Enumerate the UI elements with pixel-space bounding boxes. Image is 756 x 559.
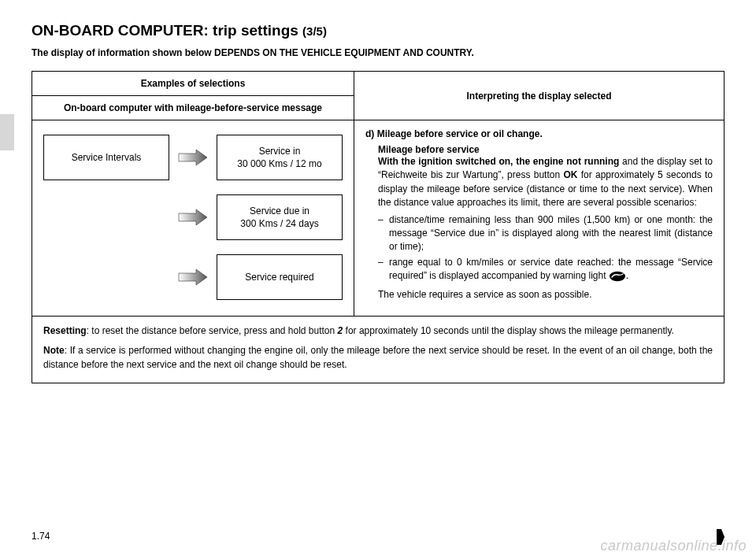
screen-text: Service Intervals [72,151,142,164]
section-d-heading: d) Mileage before service or oil change. [365,128,713,139]
screen-row-3: Service required [43,254,343,300]
table-header-row: Examples of selections On-board computer… [32,72,724,120]
bold-fragment: Resetting [43,325,87,336]
table-body-row: Service Intervals Service in [32,120,724,317]
arrow-right-icon [177,268,209,286]
bold-fragment: With the ignition switched on, the engin… [378,156,619,167]
screen-text-line1: Service in [259,145,301,157]
svg-marker-0 [179,150,207,165]
header-left-bottom: On-board computer with mileage-before-se… [32,96,354,120]
note-paragraph: Note: If a service is performed without … [43,344,713,372]
explanation-cell: d) Mileage before service or oil change.… [354,120,724,317]
screen-service-intervals: Service Intervals [43,135,169,180]
section-tab [0,114,14,150]
manual-page: ON-BOARD COMPUTER: trip settings (3/5) T… [0,0,756,559]
text-fragment: . [626,270,628,281]
bold-fragment: Note [43,345,65,356]
text-fragment: for approximately 10 seconds until the d… [343,325,674,336]
header-right: Interpreting the display selected [354,72,724,120]
header-left-top: Examples of selections [32,72,354,96]
bold-fragment: service date reached: [521,257,614,268]
screen-service-required: Service required [217,254,343,300]
screen-text-line1: Service due in [250,205,309,217]
arrow-slot [177,268,209,286]
text-fragment: : If a service is performed without chan… [43,345,713,369]
screens-column: Service Intervals Service in [43,135,343,300]
bold-fragment: one month [647,214,693,225]
bold-fragment: 900 miles (1,500 km) [538,214,631,225]
page-title: ON-BOARD COMPUTER: trip settings (3/5) [32,22,724,39]
info-table: Examples of selections On-board computer… [32,71,724,383]
arrow-right-icon [177,209,209,226]
equipment-note: The display of information shown below D… [32,47,724,58]
screen-text: Service required [245,271,313,283]
mileage-subheading: Mileage before service [378,144,713,155]
screen-row-1: Service Intervals Service in [43,135,343,180]
header-left: Examples of selections On-board computer… [32,72,354,120]
text-fragment: range equal to [389,257,457,268]
svg-marker-1 [179,209,207,225]
text-fragment: distance/time remaining less than [389,214,538,225]
warning-light-icon [609,271,626,286]
text-fragment: : to reset the distance before service, … [87,325,338,336]
screen-text-line2: 30 000 Kms / 12 mo [237,157,321,170]
after-text: The vehicle requires a service as soon a… [378,288,713,302]
text-fragment: or [503,257,520,268]
screens-cell: Service Intervals Service in [32,120,354,317]
title-main: ON-BOARD COMPUTER: trip settings [32,22,302,39]
list-item: distance/time remaining less than 900 mi… [378,213,713,254]
arrow-right-icon [177,149,209,166]
title-sub: (3/5) [302,24,327,38]
footer-cell: Resetting: to reset the distance before … [32,317,724,383]
paragraph-main: With the ignition switched on, the engin… [378,155,713,210]
svg-marker-2 [179,269,207,285]
arrow-slot [177,209,209,226]
list-item: range equal to 0 km/miles or service dat… [378,256,713,287]
screen-text-line2: 300 Kms / 24 days [240,217,318,230]
table-footer-row: Resetting: to reset the distance before … [32,317,724,383]
screen-service-in: Service in 30 000 Kms / 12 mo [217,135,343,180]
screen-service-due-in: Service due in 300 Kms / 24 days [217,194,343,240]
arrow-slot [177,149,209,166]
text-fragment: or [630,214,647,225]
reset-paragraph: Resetting: to reset the distance before … [43,324,713,338]
page-number: 1.74 [32,531,50,542]
bold-fragment: OK [563,169,577,180]
screen-row-2: Service due in 300 Kms / 24 days [43,194,343,240]
watermark: carmanualsonline.info [600,538,747,554]
bold-fragment: 0 km/miles [457,257,503,268]
scenario-list: distance/time remaining less than 900 mi… [378,213,713,287]
